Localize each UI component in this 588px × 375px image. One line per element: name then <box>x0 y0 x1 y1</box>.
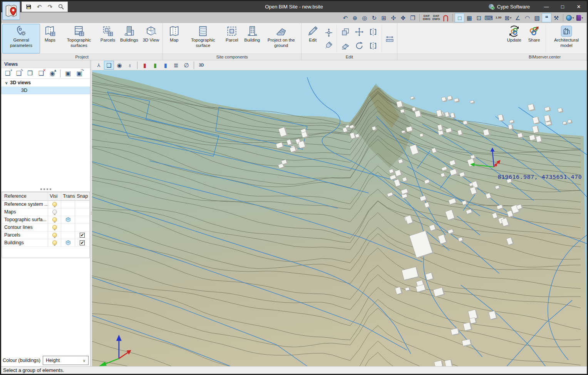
update-button[interactable]: Update <box>504 24 524 53</box>
help-button[interactable]: ▾ <box>575 13 585 22</box>
snap-cell[interactable] <box>75 239 89 247</box>
horizontal-splitter[interactable] <box>1 187 90 192</box>
snapshot-print-button[interactable]: ▣↷ <box>74 68 85 78</box>
turntable-button[interactable]: ♁ <box>125 61 135 70</box>
close-button[interactable]: ✕ <box>571 1 587 12</box>
comment-button[interactable]: ❝ <box>542 13 551 22</box>
project-on-ground-button[interactable]: Project on the ground <box>262 24 300 53</box>
measure-button[interactable] <box>384 27 396 51</box>
snap-cell[interactable] <box>75 201 89 208</box>
bulb-icon[interactable] <box>52 233 57 237</box>
layers-3d-button[interactable]: ≣ <box>171 61 181 70</box>
zoom-x2-button[interactable]: ◎ <box>360 13 369 22</box>
transparency-cell[interactable] <box>61 224 75 231</box>
maximize-button[interactable]: □ <box>554 1 571 12</box>
delete-button[interactable] <box>339 40 352 52</box>
snap-cell[interactable] <box>75 216 89 223</box>
axes-button[interactable]: Y <box>94 61 104 70</box>
3d-scene[interactable]: 819616.987, 4735651.470 <box>92 70 587 366</box>
edit-view-button[interactable]: ❑✎ <box>13 68 24 78</box>
table-row[interactable]: Maps <box>2 208 89 216</box>
table-row[interactable]: Contour lines <box>2 224 89 232</box>
snap-cell[interactable] <box>75 224 89 231</box>
perspective-box-button[interactable]: ❑ <box>104 61 114 70</box>
bulb-icon[interactable] <box>52 217 57 222</box>
assign-button[interactable] <box>323 39 335 51</box>
configuration-button[interactable]: ⚒ <box>551 13 561 22</box>
map-button[interactable]: Map <box>164 24 184 53</box>
transparency-cube-icon[interactable] <box>65 240 71 246</box>
terrain-3d-view[interactable]: 819616.987, 4735651.470 <box>92 70 587 366</box>
section-plane-y-button[interactable]: ▮ <box>150 61 160 70</box>
selection-rectangle-button[interactable]: □ <box>455 13 464 22</box>
visibility-cell[interactable] <box>48 239 61 247</box>
transparency-cell[interactable] <box>61 239 75 247</box>
send-view-button[interactable]: ❐ <box>408 13 417 22</box>
buildings-button[interactable]: Buildings <box>118 24 141 53</box>
redo-button[interactable]: ↷ <box>45 2 55 11</box>
zoom-previous-button[interactable]: ↶ <box>340 13 350 22</box>
3d-view-button[interactable]: 3D View <box>141 24 162 53</box>
render-3d-options-button[interactable]: 3D <box>196 61 206 70</box>
snap-checkbox[interactable] <box>80 233 85 238</box>
transparency-cell[interactable] <box>61 232 75 239</box>
zoom-all-button[interactable]: ⊕ <box>350 13 360 22</box>
ortho-button[interactable]: ⊡ <box>474 13 484 22</box>
visibility-cell[interactable] <box>48 224 61 231</box>
table-row[interactable]: Parcels <box>2 232 89 239</box>
snap-checkbox[interactable] <box>80 240 85 245</box>
colour-dropdown[interactable]: Height ∨ <box>43 356 89 365</box>
edit-point-button[interactable] <box>323 27 335 39</box>
hide-elements-button[interactable]: ∅ <box>181 61 191 70</box>
dxf-dwg-template-button[interactable]: DXF DWG <box>422 13 431 22</box>
add-view-button[interactable]: ❑+ <box>2 68 13 78</box>
visibility-cell[interactable] <box>48 208 61 216</box>
general-parameters-button[interactable]: General parameters <box>2 24 40 53</box>
copy-button[interactable] <box>339 26 352 38</box>
table-row[interactable]: Reference system ... <box>2 201 89 208</box>
save-button[interactable] <box>23 2 34 11</box>
transparency-cube-icon[interactable] <box>65 217 71 223</box>
visibility-cell[interactable] <box>48 201 61 208</box>
bulb-icon[interactable] <box>52 202 57 207</box>
transparency-cell[interactable] <box>61 216 75 223</box>
visibility-cell[interactable] <box>48 216 61 223</box>
web-button[interactable]: ▾ <box>565 13 575 22</box>
parcels-button[interactable]: Parcels <box>98 24 118 53</box>
visibility-cell[interactable] <box>48 232 61 239</box>
tree-group-3d-views[interactable]: ∨ 3D views <box>1 79 90 87</box>
parcel-button[interactable]: Parcel <box>222 24 242 53</box>
topographic-surface-button[interactable]: Topographic surface <box>184 24 222 53</box>
orbit-button[interactable]: ◉ <box>114 61 124 70</box>
coordinate-input-button[interactable]: ⌨ <box>484 13 494 22</box>
search-button[interactable] <box>56 2 66 11</box>
arc-button[interactable]: ◠ <box>523 13 532 22</box>
symmetry-move-button[interactable] <box>367 26 379 38</box>
maps-button[interactable]: Maps <box>40 24 60 53</box>
bulb-icon[interactable] <box>52 225 57 230</box>
move-view-button[interactable]: ✥ <box>398 13 408 22</box>
app-menu-button[interactable] <box>2 2 20 20</box>
snap-cell[interactable] <box>75 208 89 216</box>
pan-button[interactable]: ✣ <box>389 13 398 22</box>
object-snap-button[interactable]: ⋂ <box>441 13 451 22</box>
redraw-button[interactable]: ↻ <box>369 13 379 22</box>
grid-button[interactable]: ▦ <box>464 13 474 22</box>
snapshot-button[interactable]: ▣ <box>63 68 74 78</box>
delete-view-button[interactable]: ❑✕ <box>36 68 47 78</box>
section-plane-z-button[interactable]: ▮ <box>161 61 171 70</box>
snap-cell[interactable] <box>75 232 89 239</box>
architectural-model-button[interactable]: Architectural model <box>548 24 585 53</box>
dimensions-button[interactable]: 1.00 <box>494 13 503 22</box>
dxf-dwg-layers-button[interactable]: DXF DWG <box>431 13 441 22</box>
bulb-icon[interactable] <box>52 210 57 214</box>
section-visibility-button[interactable]: ◉▲ <box>47 68 58 78</box>
rotate-button[interactable] <box>353 40 365 52</box>
zoom-window-button[interactable]: ⊞ <box>379 13 389 22</box>
bulb-icon[interactable] <box>52 240 57 245</box>
move-button[interactable] <box>353 26 365 38</box>
angle-button[interactable]: ∠ <box>513 13 523 22</box>
transparency-cell[interactable] <box>61 201 75 208</box>
minimize-button[interactable]: — <box>538 1 554 12</box>
work-area-button[interactable]: ⊠▾ <box>503 13 513 22</box>
